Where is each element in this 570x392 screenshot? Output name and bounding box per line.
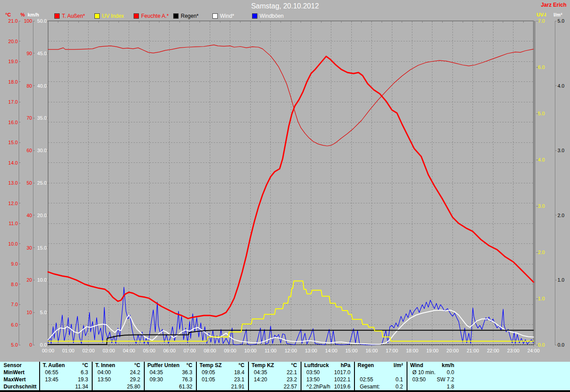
stats-value: 19.3 — [78, 376, 88, 383]
stats-value: 1017.0 — [334, 369, 350, 376]
y-tick-label: 14.0 — [8, 160, 18, 166]
unit-label-lm: l/m² — [554, 12, 562, 17]
stats-value: 23.2 — [287, 376, 297, 383]
y-tick-label: 0.0 — [558, 342, 564, 348]
stats-value: SW 7.2 — [437, 376, 454, 383]
y-tick-label: 12.0 — [8, 201, 18, 206]
stats-group-regen: Regenl/m²02:550.1Gesamt:0.2 — [354, 362, 407, 390]
y-axis-temp: 21.020.019.018.017.016.015.014.013.012.0… — [8, 18, 20, 348]
stats-time: 13:45 — [45, 376, 58, 383]
stats-time: 13:50 — [306, 376, 320, 383]
stats-value: 76.3 — [182, 376, 192, 383]
y-tick-label: 5.0 — [538, 111, 545, 116]
stats-value: 22.1 — [287, 369, 297, 376]
stats-group-wind: Windkm/hØ 10 min.0.003:50SW 7.21.8 — [407, 362, 458, 390]
stats-group-name: T. Innen — [95, 362, 115, 368]
x-tick-label: 24:00 — [527, 348, 540, 353]
y-tick-label: 40 — [27, 213, 32, 218]
y-tick-label: 2.0 — [538, 250, 545, 255]
y-tick-label: 5.0 — [40, 310, 47, 315]
stats-value: 36.3 — [182, 369, 192, 376]
stats-group-unit: km/h — [442, 362, 454, 368]
stats-group-name: T. Außen — [43, 362, 65, 368]
y-tick-label: 4.0 — [558, 83, 564, 89]
stats-time: 03:50 — [412, 376, 426, 383]
stats-group-name: Regen — [358, 362, 374, 368]
stats-value: 0.0 — [447, 369, 454, 376]
stats-value: 1019.6 — [334, 384, 350, 390]
stats-value: 21.91 — [231, 384, 244, 390]
y-tick-label: 0.0 — [538, 342, 545, 348]
legend-label: Feuchte A.* — [141, 13, 169, 19]
page-title: Samstag, 20.10.2012 — [0, 2, 570, 10]
stats-group-name: Puffer Unten — [147, 362, 179, 368]
stats-time: 02:55 — [360, 376, 373, 383]
stats-time: 06:55 — [45, 369, 58, 376]
x-tick-label: 10:00 — [244, 348, 256, 353]
legend-item-3: Feuchte A.* — [134, 13, 169, 19]
stats-time: 13:50 — [98, 376, 111, 383]
stats-group-name: Wind — [410, 362, 423, 368]
legend-swatch-icon — [54, 13, 60, 19]
x-tick-label: 21:00 — [467, 348, 479, 353]
legend-swatch-icon — [134, 13, 139, 19]
stats-group-t-innen: T. Innen°C04:0024.213:5029.225.80 — [92, 362, 144, 390]
stats-group-name: Luftdruck — [304, 362, 329, 368]
y-tick-label: 3.0 — [558, 148, 564, 153]
legend-label: T. Außen* — [62, 13, 85, 19]
y-tick-label: 20.0 — [37, 213, 47, 218]
stats-time: 01:05 — [202, 376, 215, 383]
y-tick-label: 1.0 — [538, 296, 545, 301]
stats-time: ^2.2hPa/h — [306, 384, 330, 390]
y-tick-label: 90 — [27, 51, 32, 56]
legend-item-6: Windböen — [252, 13, 284, 19]
x-tick-label: 09:00 — [224, 348, 236, 353]
unit-label-kmh: km/h — [28, 12, 39, 17]
unit-label-: % — [20, 12, 25, 17]
stats-value: 23.1 — [234, 376, 244, 383]
stats-group-unit: °C — [239, 362, 244, 368]
x-tick-label: 08:00 — [204, 348, 216, 353]
x-tick-label: 18:00 — [406, 348, 419, 353]
y-tick-label: 21.0 — [8, 18, 18, 24]
stats-time: 04:00 — [98, 369, 111, 376]
stats-time: 03:50 — [306, 369, 320, 376]
y-tick-label: 0.0 — [40, 342, 47, 348]
y-tick-label: 2.0 — [558, 213, 564, 218]
y-tick-label: 8.0 — [11, 282, 18, 287]
y-tick-label: 6.0 — [11, 322, 18, 327]
y-tick-label: 7.0 — [538, 18, 545, 24]
x-tick-label: 15:00 — [345, 348, 358, 353]
stats-group-puffer-unten: Puffer Unten°C04:3536.309:3076.361.32 — [144, 362, 196, 390]
x-tick-label: 07:00 — [183, 348, 196, 353]
stats-group-name: Temp SZ — [200, 362, 222, 368]
y-axis-uv: 7.06.05.04.03.02.01.00.0 — [536, 18, 545, 348]
stats-group-luftdruck: LuftdruckhPa03:501017.013:501022.1^2.2hP… — [301, 362, 354, 390]
x-tick-label: 13:00 — [305, 348, 318, 353]
stats-group-unit: °C — [134, 362, 140, 368]
stats-row-label: Sensor — [4, 362, 22, 368]
legend-item-5: Wind* — [212, 13, 234, 19]
y-tick-label: 10.0 — [37, 277, 47, 283]
stats-group-name: Temp KZ — [252, 362, 274, 368]
y-tick-label: 15.0 — [8, 140, 18, 145]
x-tick-label: 17:00 — [386, 348, 398, 353]
y-tick-label: 5.0 — [558, 18, 564, 24]
stats-row-label: Durchschnitt — [4, 384, 37, 390]
y-tick-label: 10 — [27, 310, 32, 315]
y-tick-label: 11.0 — [8, 221, 18, 226]
stats-time: 09:05 — [202, 369, 215, 376]
y-tick-label: 18.0 — [8, 79, 18, 85]
stats-group-unit: l/m² — [394, 362, 403, 368]
y-tick-label: 0 — [29, 342, 32, 348]
x-tick-label: 00:00 — [42, 348, 54, 353]
x-tick-label: 05:00 — [143, 348, 155, 353]
author-label: Jarz Erich — [541, 2, 566, 8]
stats-table: SensorMinWertMaxWertDurchschnittT. Außen… — [0, 362, 570, 390]
legend-item-1: T. Außen* — [54, 13, 85, 19]
y-tick-label: 5.0 — [11, 342, 18, 348]
x-tick-label: 16:00 — [366, 348, 378, 353]
y-tick-label: 3.0 — [538, 203, 545, 209]
y-tick-label: 70 — [27, 115, 32, 121]
plot-border — [48, 21, 535, 347]
